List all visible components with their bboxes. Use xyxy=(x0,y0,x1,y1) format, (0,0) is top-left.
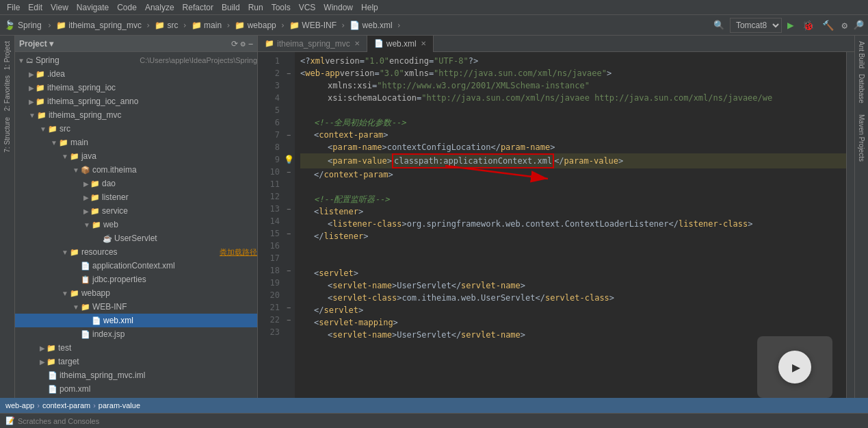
tree-item-jdbc-props[interactable]: 📋 jdbc.properties xyxy=(15,273,257,286)
run-button[interactable]: ▶ xyxy=(785,17,797,33)
project-tool-button[interactable]: 1: Project xyxy=(2,38,12,73)
menu-vcs[interactable]: VCS xyxy=(295,3,320,12)
menu-view[interactable]: View xyxy=(47,3,73,12)
build-button[interactable]: 🔨 xyxy=(819,18,837,32)
tree-item-test[interactable]: ▶ 📁 test xyxy=(15,341,257,355)
sync-icon[interactable]: ⟳ xyxy=(231,39,238,49)
menu-tools[interactable]: Tools xyxy=(267,3,295,12)
path-webxml: 📄 web.xml xyxy=(350,21,392,30)
tree-item-idea[interactable]: ▶ 📁 .idea xyxy=(15,67,257,81)
search-everywhere-icon[interactable]: 🔎 xyxy=(853,20,864,30)
menu-file[interactable]: File xyxy=(3,3,24,12)
scratches-icon: 📝 xyxy=(5,416,15,425)
more-button[interactable]: ⚙ xyxy=(839,18,850,32)
video-play-button[interactable]: ▶ xyxy=(778,351,811,383)
right-panels: Ant Build Database Maven Projects xyxy=(854,36,868,398)
gutter-fold-15[interactable]: − xyxy=(287,230,291,238)
gutter-fold-22[interactable]: − xyxy=(287,316,291,324)
breadcrumb-webapp[interactable]: web-app xyxy=(5,401,34,410)
video-thumbnail[interactable]: ▶ xyxy=(757,336,832,398)
menu-refactor[interactable]: Refactor xyxy=(179,3,218,12)
tree-item-dao[interactable]: ▶ 📁 dao xyxy=(15,177,257,190)
structure-tool-button[interactable]: 7: Structure xyxy=(2,114,12,155)
tab-close-webxml[interactable]: ✕ xyxy=(421,40,426,47)
menu-build[interactable]: Build xyxy=(218,3,244,12)
menu-run[interactable]: Run xyxy=(244,3,267,12)
code-line-7: <context-param> xyxy=(300,129,846,141)
path-main: 📁 main xyxy=(192,21,222,30)
menu-navigate[interactable]: Navigate xyxy=(73,3,113,12)
gutter-fold-2[interactable]: − xyxy=(287,70,291,77)
gutter-fold-10[interactable]: − xyxy=(287,168,291,176)
module-name: 📁 itheima_spring_mvc xyxy=(56,21,142,30)
maven-projects-panel[interactable]: Maven Projects xyxy=(856,112,867,164)
right-scrollbar[interactable] xyxy=(846,52,854,398)
tree-item-webinf[interactable]: ▼ 📁 WEB-INF xyxy=(15,300,257,314)
tab-close-mvc[interactable]: ✕ xyxy=(354,40,360,47)
debug-button[interactable]: 🐞 xyxy=(800,18,817,32)
highlighted-value: classpath:applicationContext.xml xyxy=(392,153,554,168)
gutter-icons: − − 💡 − − − − − − xyxy=(282,52,295,398)
menu-window[interactable]: Window xyxy=(319,3,357,12)
code-line-14: <listener-class>org.springframework.web.… xyxy=(300,218,846,230)
tree-item-mvc[interactable]: ▼ 📁 itheima_spring_mvc xyxy=(15,108,257,122)
tree-item-pomxml[interactable]: 📄 pom.xml xyxy=(15,382,257,396)
code-area[interactable]: <?xml version="1.0" encoding="UTF-8" ?> … xyxy=(295,52,846,398)
tree-item-resources[interactable]: ▼ 📁 resources 粪加载路径 xyxy=(15,245,257,259)
menu-code[interactable]: Code xyxy=(113,3,141,12)
ant-build-panel[interactable]: Ant Build xyxy=(856,38,867,71)
code-line-8: <param-name>contextConfigLocation</param… xyxy=(300,141,846,153)
database-panel[interactable]: Database xyxy=(856,71,867,106)
path-src: 📁 src xyxy=(155,21,178,30)
code-line-22: <servlet-mapping> xyxy=(300,316,846,329)
gutter-fold-18[interactable]: − xyxy=(287,267,291,275)
tree-item-ioc[interactable]: ▶ 📁 itheima_spring_ioc xyxy=(15,81,257,95)
gutter-fold-13[interactable]: − xyxy=(287,205,291,213)
tree-item-appcontext[interactable]: 📄 applicationContext.xml xyxy=(15,259,257,273)
tab-label-mvc: itheima_spring_mvc xyxy=(277,39,350,49)
toolbar: 🍃 Spring › 📁 itheima_spring_mvc › 📁 src … xyxy=(0,15,868,36)
gutter-fold-21[interactable]: − xyxy=(287,304,291,312)
breadcrumb-param-value[interactable]: param-value xyxy=(98,401,140,410)
main-layout: 1: Project 2: Favorites 7: Structure Pro… xyxy=(0,36,868,398)
tree-item-java[interactable]: ▼ 📁 java xyxy=(15,149,257,163)
tab-itheima-spring-mvc[interactable]: 📁 itheima_spring_mvc ✕ xyxy=(258,36,367,52)
run-config-select[interactable]: Tomcat8 xyxy=(730,18,782,33)
breadcrumb-context-param[interactable]: context-param xyxy=(42,401,90,410)
code-line-9: <param-value>classpath:applicationContex… xyxy=(300,153,846,168)
code-line-21: </servlet> xyxy=(300,304,846,316)
tree-item-external-libs[interactable]: ▶ 📚 External Libraries xyxy=(15,396,257,398)
tree-item-webapp[interactable]: ▼ 📁 webapp xyxy=(15,286,257,300)
gutter-fold-7[interactable]: − xyxy=(287,131,291,139)
code-line-5 xyxy=(300,104,846,116)
scratches-label[interactable]: Scratches and Consoles xyxy=(18,417,99,425)
tree-item-src[interactable]: ▼ 📁 src xyxy=(15,122,257,136)
editor-content: 1 2 3 4 5 6 7 8 9 10 11 12 13 14 15 16 1… xyxy=(258,52,854,398)
tree-item-ioc-anno[interactable]: ▶ 📁 itheima_spring_ioc_anno xyxy=(15,95,257,108)
tree-item-web[interactable]: ▼ 📁 web xyxy=(15,218,257,231)
tree-item-iml[interactable]: 📄 itheima_spring_mvc.iml xyxy=(15,368,257,382)
menu-edit[interactable]: Edit xyxy=(24,3,47,12)
search-icon[interactable]: 🔍 xyxy=(713,20,724,30)
tree-item-spring[interactable]: ▼ 🗂 Spring C:\Users\apple\IdeaProjects\S… xyxy=(15,53,257,67)
tree-item-main[interactable]: ▼ 📁 main xyxy=(15,136,257,149)
path-sep: › xyxy=(47,21,52,30)
path-sep2: › xyxy=(146,21,150,30)
tree-item-service[interactable]: ▶ 📁 service xyxy=(15,204,257,218)
menu-analyze[interactable]: Analyze xyxy=(141,3,179,12)
tree-item-userservlet[interactable]: ☕ UserServlet xyxy=(15,231,257,245)
menu-bar: File Edit View Navigate Code Analyze Ref… xyxy=(0,0,868,15)
editor-area: 📁 itheima_spring_mvc ✕ 📄 web.xml ✕ 1 2 3… xyxy=(258,36,854,398)
tree-item-target[interactable]: ▶ 📁 target xyxy=(15,355,257,368)
tree-item-webxml[interactable]: 📄 web.xml xyxy=(15,314,257,327)
project-panel-title: Project ▾ xyxy=(19,39,53,49)
menu-help[interactable]: Help xyxy=(357,3,382,12)
tab-webxml[interactable]: 📄 web.xml ✕ xyxy=(367,36,434,52)
settings-icon[interactable]: ⚙ xyxy=(241,39,246,49)
tree-item-listener[interactable]: ▶ 📁 listener xyxy=(15,190,257,204)
tree-item-indexjsp[interactable]: 📄 index.jsp xyxy=(15,327,257,341)
favorites-tool-button[interactable]: 2: Favorites xyxy=(2,73,12,114)
hide-icon[interactable]: − xyxy=(248,39,253,49)
tree-item-com-itheima[interactable]: ▼ 📦 com.itheima xyxy=(15,163,257,177)
gutter-warn-9[interactable]: 💡 xyxy=(284,155,294,164)
